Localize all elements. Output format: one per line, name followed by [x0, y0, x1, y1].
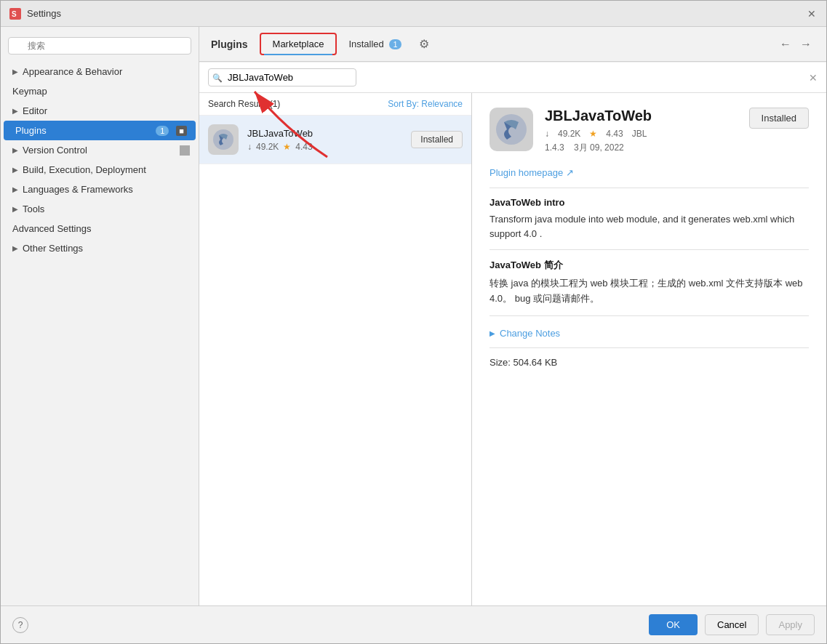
chevron-icon: ▶	[12, 146, 18, 154]
sidebar-search-box	[8, 37, 191, 55]
title-bar-left: S Settings	[9, 8, 61, 20]
main-content: ▶ Appearance & Behavior Keymap ▶ Editor …	[1, 27, 826, 605]
plugin-rating: 4.43	[295, 142, 312, 152]
svg-text:S: S	[12, 10, 17, 18]
chevron-icon: ▶	[12, 68, 18, 76]
sidebar-item-label: Plugins	[15, 125, 47, 136]
sidebar-item-label: Editor	[23, 105, 47, 116]
change-notes-label: Change Notes	[500, 328, 560, 339]
size-text: Size: 504.64 KB	[490, 357, 809, 368]
plugin-item-name: JBLJavaToWeb	[247, 128, 411, 139]
sidebar-item-appearance[interactable]: ▶ Appearance & Behavior	[1, 62, 199, 81]
plugin-list: Search Results (1) Sort By: Relevance	[199, 93, 472, 605]
tabs-area: Marketplace Installed 1 ⚙	[260, 33, 429, 55]
divider-4	[490, 347, 809, 348]
sort-button[interactable]: Sort By: Relevance	[388, 99, 463, 109]
detail-header: JBLJavaToWeb ↓ 49.2K ★ 4.43 JBL 1.4.3	[490, 108, 809, 154]
intro-cn-title: JavaToWeb 简介	[490, 259, 809, 272]
back-button[interactable]: ←	[777, 36, 794, 52]
divider-2	[490, 249, 809, 250]
plugin-homepage-link[interactable]: Plugin homepage ↗	[490, 167, 574, 178]
sidebar-item-version-control[interactable]: ▶ Version Control	[1, 140, 199, 160]
bottom-right: OK Cancel Apply	[649, 614, 815, 635]
intro-en-title: JavaToWeb intro	[490, 197, 809, 208]
chevron-icon: ▶	[12, 166, 18, 174]
chevron-icon: ▶	[12, 244, 18, 252]
sidebar: ▶ Appearance & Behavior Keymap ▶ Editor …	[1, 27, 199, 605]
cancel-button[interactable]: Cancel	[705, 614, 759, 635]
intro-en-text: Transform java module into web module, a…	[490, 212, 809, 241]
detail-installed-button[interactable]: Installed	[749, 108, 809, 129]
triangle-icon: ▶	[490, 329, 495, 337]
star-icon: ★	[589, 129, 597, 139]
right-panel: Plugins Marketplace Installed 1 ⚙ ← →	[199, 27, 826, 605]
plugin-item-info: JBLJavaToWeb ↓ 49.2K ★ 4.43	[247, 128, 411, 152]
sidebar-item-languages[interactable]: ▶ Languages & Frameworks	[1, 180, 199, 199]
clear-search-button[interactable]: ✕	[809, 72, 818, 84]
download-icon: ↓	[545, 129, 549, 139]
plugin-logo-svg	[212, 128, 235, 151]
sidebar-item-advanced[interactable]: Advanced Settings	[1, 219, 199, 238]
detail-title-area: JBLJavaToWeb ↓ 49.2K ★ 4.43 JBL 1.4.3	[545, 108, 738, 154]
divider-1	[490, 188, 809, 188]
split-view: Search Results (1) Sort By: Relevance	[199, 93, 826, 605]
detail-meta-row: ↓ 49.2K ★ 4.43 JBL	[545, 129, 738, 139]
tab-installed[interactable]: Installed 1	[337, 34, 412, 54]
gear-button[interactable]: ⚙	[419, 37, 429, 51]
plugin-item-meta: ↓ 49.2K ★ 4.43	[247, 142, 411, 152]
bottom-left: ?	[12, 617, 28, 633]
detail-plugin-icon	[490, 108, 533, 151]
detail-logo-svg	[494, 112, 529, 147]
sidebar-item-plugins[interactable]: Plugins 1 ■	[4, 121, 196, 140]
svg-point-3	[496, 114, 527, 145]
chevron-icon: ▶	[12, 107, 18, 115]
plugin-detail: JBLJavaToWeb ↓ 49.2K ★ 4.43 JBL 1.4.3	[472, 93, 826, 605]
apply-button[interactable]: Apply	[766, 614, 815, 635]
forward-button[interactable]: →	[797, 36, 815, 52]
plugin-search-input[interactable]	[208, 68, 356, 86]
plugin-list-item[interactable]: JBLJavaToWeb ↓ 49.2K ★ 4.43 Installed	[199, 116, 471, 164]
sidebar-item-build[interactable]: ▶ Build, Execution, Deployment	[1, 160, 199, 180]
download-icon: ↓	[247, 142, 252, 152]
app-icon: S	[9, 8, 21, 20]
detail-date: 3月 09, 2022	[574, 142, 624, 153]
plugin-search-wrapper	[208, 68, 803, 86]
intro-cn-text: 转换 java 的模块工程为 web 模块工程；生成的 web.xml 文件支持…	[490, 276, 809, 307]
window-title: Settings	[27, 8, 61, 19]
bottom-bar: ? OK Cancel Apply	[1, 605, 826, 643]
change-notes-row[interactable]: ▶ Change Notes	[490, 328, 809, 339]
star-icon: ★	[283, 142, 291, 152]
sidebar-item-label: Advanced Settings	[12, 223, 91, 234]
plugin-installed-button[interactable]: Installed	[411, 131, 463, 148]
plugins-badge: 1	[156, 126, 169, 136]
sidebar-item-tools[interactable]: ▶ Tools	[1, 199, 199, 219]
plugin-downloads: 49.2K	[256, 142, 279, 152]
sidebar-item-label: Languages & Frameworks	[23, 184, 133, 195]
ok-button[interactable]: OK	[649, 614, 698, 635]
results-count: Search Results (1)	[208, 99, 280, 109]
sidebar-search-input[interactable]	[8, 37, 191, 55]
detail-rating: 4.43	[606, 129, 623, 139]
title-bar: S Settings ✕	[1, 1, 826, 27]
sidebar-item-keymap[interactable]: Keymap	[1, 81, 199, 101]
installed-badge: 1	[389, 39, 401, 49]
plugin-item-icon	[208, 124, 239, 155]
plugins-header: Plugins Marketplace Installed 1 ⚙ ← →	[199, 27, 826, 62]
sidebar-item-label: Other Settings	[23, 243, 83, 254]
sidebar-item-label: Tools	[23, 204, 44, 214]
svg-point-2	[213, 129, 233, 150]
sidebar-item-label: Version Control	[23, 145, 87, 156]
plugins-square-badge: ■	[176, 126, 187, 136]
settings-window: S Settings ✕ ▶ Appearance & Behavior Key…	[0, 0, 827, 644]
plugins-title: Plugins	[211, 39, 248, 50]
sidebar-item-other[interactable]: ▶ Other Settings	[1, 238, 199, 258]
sidebar-item-label: Build, Execution, Deployment	[23, 164, 146, 175]
detail-version: 1.4.3	[545, 142, 564, 153]
help-button[interactable]: ?	[12, 617, 28, 633]
tab-marketplace[interactable]: Marketplace	[260, 33, 337, 55]
nav-buttons: ← →	[777, 36, 815, 52]
sidebar-item-editor[interactable]: ▶ Editor	[1, 101, 199, 121]
close-button[interactable]: ✕	[806, 8, 818, 20]
chevron-icon: ▶	[12, 205, 18, 213]
sidebar-item-label: Keymap	[12, 86, 47, 97]
